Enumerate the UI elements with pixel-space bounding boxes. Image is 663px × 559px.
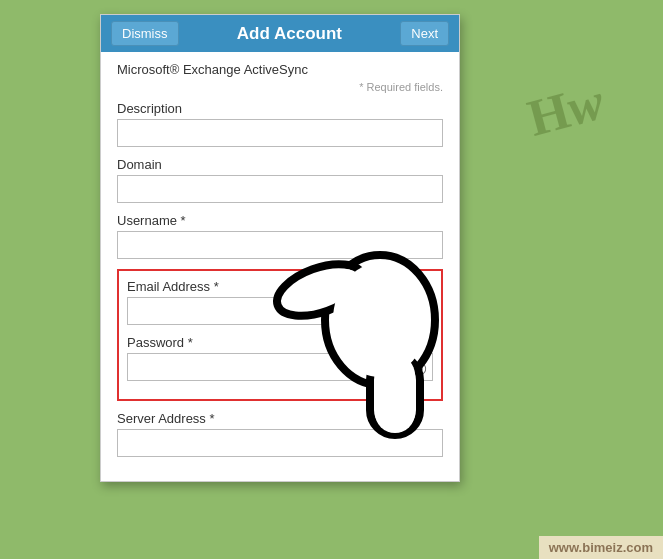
- domain-field-group: Domain: [117, 157, 443, 203]
- dialog-title: Add Account: [179, 24, 401, 44]
- server-address-field-group: Server Address *: [117, 411, 443, 457]
- password-field-group: Password * ◎: [127, 335, 433, 381]
- username-field-group: Username *: [117, 213, 443, 259]
- description-input[interactable]: [117, 119, 443, 147]
- domain-label: Domain: [117, 157, 443, 172]
- email-field-group: Email Address *: [127, 279, 433, 325]
- username-input[interactable]: [117, 231, 443, 259]
- domain-input[interactable]: [117, 175, 443, 203]
- email-input[interactable]: [127, 297, 433, 325]
- dialog-header: Dismiss Add Account Next: [101, 15, 459, 52]
- dismiss-button[interactable]: Dismiss: [111, 21, 179, 46]
- description-label: Description: [117, 101, 443, 116]
- password-wrapper: ◎: [127, 353, 433, 381]
- hw-watermark: Hw: [522, 71, 610, 147]
- next-button[interactable]: Next: [400, 21, 449, 46]
- page-wrapper: Dismiss Add Account Next Microsoft® Exch…: [0, 0, 663, 559]
- server-address-label: Server Address *: [117, 411, 443, 426]
- password-label: Password *: [127, 335, 433, 350]
- dialog-body: Microsoft® Exchange ActiveSync * Require…: [101, 52, 459, 481]
- show-password-icon[interactable]: ◎: [413, 358, 427, 377]
- dialog-card: Dismiss Add Account Next Microsoft® Exch…: [100, 14, 460, 482]
- exchange-label: Microsoft® Exchange ActiveSync: [117, 62, 443, 77]
- bottom-watermark: www.bimeiz.com: [539, 536, 663, 559]
- password-input[interactable]: [127, 353, 433, 381]
- required-note: * Required fields.: [117, 81, 443, 93]
- server-address-input[interactable]: [117, 429, 443, 457]
- description-field-group: Description: [117, 101, 443, 147]
- email-label: Email Address *: [127, 279, 433, 294]
- username-label: Username *: [117, 213, 443, 228]
- highlighted-section: Email Address * Password * ◎: [117, 269, 443, 401]
